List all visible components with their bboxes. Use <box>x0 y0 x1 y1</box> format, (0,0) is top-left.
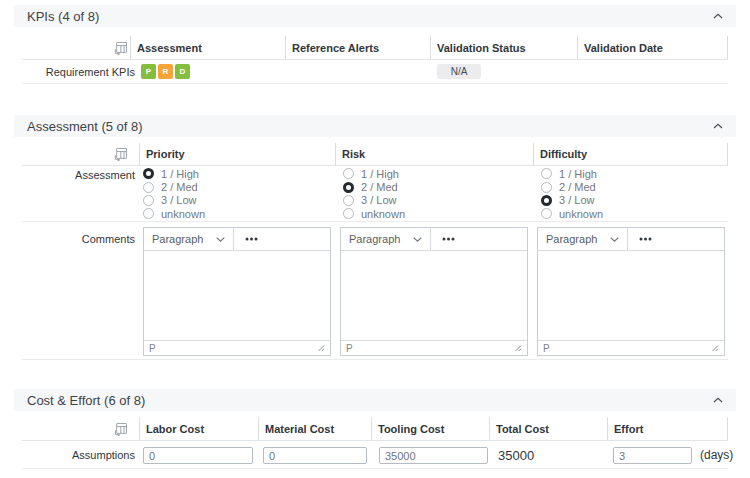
radio-button[interactable] <box>343 168 354 179</box>
form-page: KPIs (4 of 8) Assessment Reference Alert… <box>0 0 750 478</box>
radio-difficulty-1-high[interactable]: 1 / High <box>541 167 603 180</box>
kpi-badge-r: R <box>158 64 173 79</box>
effort-input[interactable] <box>613 447 692 464</box>
kpis-col-validation-status: Validation Status <box>430 36 577 59</box>
section-assessment: Assessment (5 of 8) Priority Risk Diffic… <box>0 115 750 360</box>
section-kpis: KPIs (4 of 8) Assessment Reference Alert… <box>0 5 750 108</box>
block-format-dropdown[interactable]: Paragraph <box>144 228 233 250</box>
editor-toolbar: Paragraph <box>341 228 527 251</box>
ellipsis-icon[interactable] <box>234 228 269 250</box>
element-path: P <box>346 343 353 354</box>
assessment-row-label: Assessment <box>22 169 135 181</box>
chevron-up-icon[interactable] <box>713 397 723 403</box>
kpi-badge-p: P <box>141 64 156 79</box>
resize-corner-icon[interactable] <box>514 344 522 352</box>
radio-risk-1-high[interactable]: 1 / High <box>343 167 405 180</box>
table-settings-icon[interactable] <box>114 422 128 436</box>
radio-priority-3-low[interactable]: 3 / Low <box>143 194 205 207</box>
assessment-column-header-row: Priority Risk Difficulty <box>22 143 728 166</box>
section-kpis-header[interactable]: KPIs (4 of 8) <box>14 5 736 27</box>
labor-cost-input[interactable] <box>143 447 253 464</box>
assessment-row-comments: Comments Paragraph P <box>22 222 728 360</box>
radio-button[interactable] <box>143 168 154 179</box>
effort-unit-label: (days) <box>700 441 733 469</box>
table-settings-icon[interactable] <box>114 41 128 55</box>
total-cost-value: 35000 <box>498 441 534 469</box>
editor-status-bar: P <box>538 340 724 355</box>
kpis-column-header-row: Assessment Reference Alerts Validation S… <box>22 36 728 60</box>
radio-group-difficulty: 1 / High 2 / Med 3 / Low unknown <box>541 167 603 221</box>
radio-button[interactable] <box>143 182 154 193</box>
table-settings-icon[interactable] <box>114 147 128 161</box>
assessment-row-ratings: Assessment 1 / High 2 / Med 3 / Low unkn… <box>22 166 728 222</box>
editor-content-area[interactable] <box>341 251 527 340</box>
radio-difficulty-2-med[interactable]: 2 / Med <box>541 180 603 193</box>
section-kpis-title: KPIs (4 of 8) <box>27 9 99 24</box>
kpis-col-assessment: Assessment <box>130 36 285 59</box>
radio-risk-2-med[interactable]: 2 / Med <box>343 180 405 193</box>
radio-priority-2-med[interactable]: 2 / Med <box>143 180 205 193</box>
cost-col-effort: Effort <box>607 417 728 440</box>
comments-editor-difficulty: Paragraph P <box>537 227 725 356</box>
tooling-cost-input[interactable] <box>379 447 488 464</box>
section-cost-effort-title: Cost & Effort (6 of 8) <box>27 393 145 408</box>
radio-risk-unknown[interactable]: unknown <box>343 207 405 220</box>
cost-row-label: Assumptions <box>22 441 135 469</box>
radio-button[interactable] <box>143 208 154 219</box>
radio-button[interactable] <box>343 182 354 193</box>
resize-corner-icon[interactable] <box>711 344 719 352</box>
kpis-row-label: Requirement KPIs <box>22 60 135 84</box>
radio-button[interactable] <box>343 208 354 219</box>
chevron-up-icon[interactable] <box>713 13 723 19</box>
cost-col-material: Material Cost <box>258 417 371 440</box>
radio-difficulty-unknown[interactable]: unknown <box>541 207 603 220</box>
section-assessment-header[interactable]: Assessment (5 of 8) <box>14 115 736 137</box>
section-cost-effort-header[interactable]: Cost & Effort (6 of 8) <box>14 389 736 411</box>
kpis-col-reference-alerts: Reference Alerts <box>285 36 430 59</box>
ellipsis-icon[interactable] <box>628 228 663 250</box>
section-assessment-title: Assessment (5 of 8) <box>27 119 143 134</box>
radio-difficulty-3-low[interactable]: 3 / Low <box>541 194 603 207</box>
radio-button[interactable] <box>541 195 552 206</box>
editor-content-area[interactable] <box>144 251 330 340</box>
block-format-dropdown[interactable]: Paragraph <box>341 228 430 250</box>
kpis-row-requirement-kpis: Requirement KPIs P R D N/A <box>22 60 728 84</box>
radio-button[interactable] <box>143 195 154 206</box>
radio-button[interactable] <box>541 168 552 179</box>
kpis-col-validation-date: Validation Date <box>577 36 728 59</box>
resize-corner-icon[interactable] <box>317 344 325 352</box>
editor-toolbar: Paragraph <box>144 228 330 251</box>
element-path: P <box>543 343 550 354</box>
editor-toolbar: Paragraph <box>538 228 724 251</box>
editor-content-area[interactable] <box>538 251 724 340</box>
editor-status-bar: P <box>341 340 527 355</box>
comments-editor-priority: Paragraph P <box>143 227 331 356</box>
section-cost-effort: Cost & Effort (6 of 8) Labor Cost Materi… <box>0 389 750 474</box>
cost-col-labor: Labor Cost <box>139 417 258 440</box>
comments-row-label: Comments <box>22 233 135 245</box>
chevron-up-icon[interactable] <box>713 123 723 129</box>
element-path: P <box>149 343 156 354</box>
validation-status-badge: N/A <box>437 64 481 79</box>
ellipsis-icon[interactable] <box>431 228 466 250</box>
block-format-dropdown[interactable]: Paragraph <box>538 228 627 250</box>
radio-button[interactable] <box>541 208 552 219</box>
radio-risk-3-low[interactable]: 3 / Low <box>343 194 405 207</box>
radio-button[interactable] <box>541 182 552 193</box>
material-cost-input[interactable] <box>263 447 367 464</box>
chevron-down-icon <box>216 237 225 242</box>
cost-column-header-row: Labor Cost Material Cost Tooling Cost To… <box>22 417 728 441</box>
assessment-col-priority: Priority <box>139 143 335 165</box>
editor-status-bar: P <box>144 340 330 355</box>
radio-priority-unknown[interactable]: unknown <box>143 207 205 220</box>
kpi-status-badges: P R D <box>141 64 190 79</box>
cost-col-tooling: Tooling Cost <box>371 417 489 440</box>
radio-group-risk: 1 / High 2 / Med 3 / Low unknown <box>343 167 405 221</box>
chevron-down-icon <box>610 237 619 242</box>
assessment-col-risk: Risk <box>335 143 533 165</box>
radio-group-priority: 1 / High 2 / Med 3 / Low unknown <box>143 167 205 221</box>
radio-button[interactable] <box>343 195 354 206</box>
radio-priority-1-high[interactable]: 1 / High <box>143 167 205 180</box>
kpi-badge-d: D <box>175 64 190 79</box>
chevron-down-icon <box>413 237 422 242</box>
